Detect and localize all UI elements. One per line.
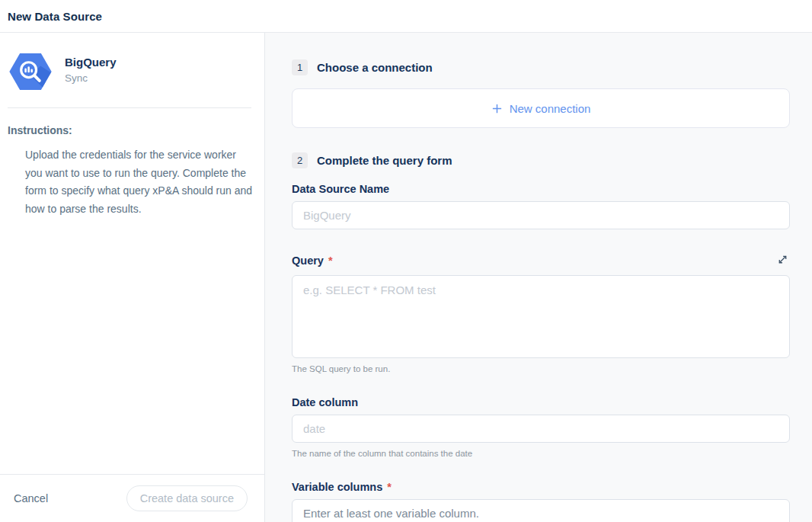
plus-icon [491,103,503,114]
date-column-label: Date column [292,396,790,408]
step-2-title: Complete the query form [317,154,452,167]
variable-columns-label: Variable columns * [292,481,790,493]
query-label: Query * [292,255,333,267]
expand-query-button[interactable] [775,252,790,269]
cancel-button[interactable]: Cancel [14,492,48,504]
step-2-badge: 2 [292,152,308,168]
source-row: BigQuery Sync [8,49,255,94]
connection-card: New connection [292,88,790,128]
source-name: BigQuery [65,56,117,69]
page-header: New Data Source [0,0,812,33]
query-label-row: Query * [292,252,790,269]
variable-columns-input[interactable] [292,499,790,522]
data-source-name-input[interactable] [292,201,790,229]
query-textarea[interactable] [292,275,790,358]
step-2-header: 2 Complete the query form [292,152,790,168]
new-connection-label: New connection [510,102,591,115]
data-source-name-label: Data Source Name [292,183,790,195]
expand-icon [777,254,788,267]
sidebar: BigQuery Sync Instructions: Upload the c… [0,33,265,522]
sidebar-divider [8,107,251,108]
sidebar-body: BigQuery Sync Instructions: Upload the c… [0,33,264,474]
page-title: New Data Source [8,10,102,23]
bigquery-icon [8,49,53,94]
step-1-header: 1 Choose a connection [292,59,790,75]
source-meta: BigQuery Sync [65,49,117,84]
create-data-source-button[interactable]: Create data source [126,485,248,511]
variable-columns-required-marker: * [387,481,392,493]
step-1-title: Choose a connection [317,61,433,74]
content: BigQuery Sync Instructions: Upload the c… [0,33,812,522]
instructions-body: Upload the credentials for the service w… [25,146,255,218]
new-data-source-page: New Data Source [0,0,812,522]
date-column-help-text: The name of the column that contains the… [292,449,790,458]
instructions-heading: Instructions: [8,124,255,136]
sidebar-footer: Cancel Create data source [0,474,264,522]
main-panel: 1 Choose a connection New connection 2 C… [265,33,812,522]
new-connection-button[interactable]: New connection [491,102,591,115]
query-help-text: The SQL query to be run. [292,364,790,373]
step-1-badge: 1 [292,59,308,75]
date-column-input[interactable] [292,415,790,443]
query-required-marker: * [328,255,333,267]
source-type: Sync [65,72,117,84]
